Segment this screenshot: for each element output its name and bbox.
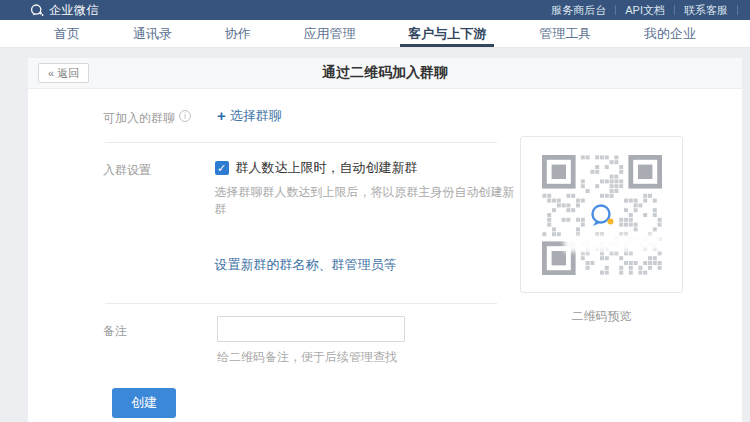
plus-icon: + [217, 107, 226, 124]
auto-create-checkbox-label: 群人数达上限时，自动创建新群 [236, 159, 418, 177]
joinable-group-label: 可加入的群聊 i [103, 107, 217, 127]
card-header: « 返回 通过二维码加入群聊 [28, 58, 742, 89]
qr-watermark-strip [563, 233, 661, 252]
join-settings-label: 入群设置 [103, 159, 215, 274]
back-button[interactable]: « 返回 [38, 63, 89, 83]
qr-preview-panel: 二维码预览 [520, 105, 742, 421]
row-join-settings: 入群设置 ✓ 群人数达上限时，自动创建新群 选择群聊群人数达到上限后，将以原群主… [103, 159, 520, 274]
remark-control: 给二维码备注，便于后续管理查找 [217, 316, 405, 366]
auto-create-group-option: ✓ 群人数达上限时，自动创建新群 [215, 159, 520, 177]
qr-code-image [542, 155, 662, 275]
divider [105, 303, 497, 304]
app-title: 企业微信 [49, 2, 99, 19]
content-card: « 返回 通过二维码加入群聊 可加入的群聊 i +选择群聊 [28, 58, 742, 422]
info-icon[interactable]: i [179, 110, 191, 122]
topbar-link-1[interactable]: 服务商后台 [542, 3, 615, 18]
wechat-work-bubble-icon [30, 4, 44, 17]
auto-create-checkbox[interactable]: ✓ [215, 161, 229, 175]
nav-tab-通讯录[interactable]: 通讯录 [121, 20, 184, 47]
topbar-links: 服务商后台API文档联系客服 [542, 3, 738, 18]
divider [105, 142, 497, 143]
join-settings-control: ✓ 群人数达上限时，自动创建新群 选择群聊群人数达到上限后，将以原群主身份自动创… [215, 159, 520, 274]
nav-tab-首页[interactable]: 首页 [42, 20, 92, 47]
topbar: 企业微信 服务商后台API文档联系客服 [0, 0, 750, 20]
remark-label: 备注 [103, 316, 217, 366]
page-title: 通过二维码加入群聊 [322, 64, 448, 82]
qr-preview-box [520, 136, 683, 293]
nav-tab-客户与上下游[interactable]: 客户与上下游 [396, 20, 498, 47]
nav-tab-应用管理[interactable]: 应用管理 [291, 20, 367, 47]
row-joinable-group: 可加入的群聊 i +选择群聊 [103, 107, 520, 127]
card-body: 可加入的群聊 i +选择群聊 入群设置 ✓ [28, 89, 742, 421]
form-column: 可加入的群聊 i +选择群聊 入群设置 ✓ [28, 105, 520, 421]
select-group-link[interactable]: +选择群聊 [217, 107, 282, 127]
create-button[interactable]: 创建 [112, 388, 176, 418]
remark-input[interactable] [217, 316, 405, 342]
app-logo: 企业微信 [30, 2, 99, 19]
topbar-link-2[interactable]: API文档 [616, 3, 674, 18]
remark-helper-text: 给二维码备注，便于后续管理查找 [217, 349, 405, 366]
main-nav: 首页通讯录协作应用管理客户与上下游管理工具我的企业 [0, 20, 750, 48]
new-group-settings-link[interactable]: 设置新群的群名称、群管理员等 [215, 256, 397, 274]
qr-caption: 二维码预览 [520, 308, 683, 325]
page-background: « 返回 通过二维码加入群聊 可加入的群聊 i +选择群聊 [0, 48, 750, 422]
nav-tab-协作[interactable]: 协作 [213, 20, 263, 47]
separator [737, 5, 738, 15]
row-remark: 备注 给二维码备注，便于后续管理查找 [103, 316, 520, 366]
nav-tab-我的企业[interactable]: 我的企业 [632, 20, 708, 47]
auto-create-helper-text: 选择群聊群人数达到上限后，将以原群主身份自动创建新群 [215, 184, 520, 218]
topbar-link-3[interactable]: 联系客服 [675, 3, 737, 18]
nav-tab-管理工具[interactable]: 管理工具 [527, 20, 603, 47]
